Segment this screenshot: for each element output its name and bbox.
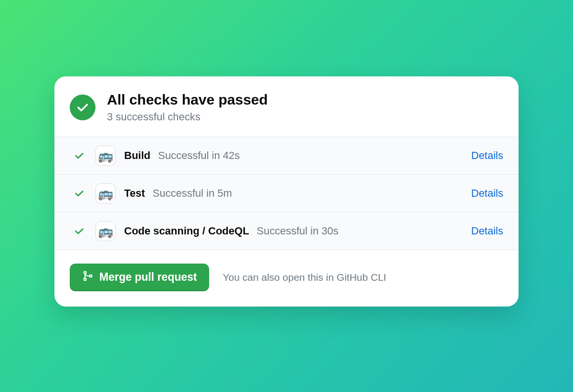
- check-status: Successful in 5m: [153, 187, 232, 200]
- check-row: 🚌 Build Successful in 42s Details: [54, 137, 519, 174]
- check-name: Build: [124, 149, 150, 162]
- check-icon: [70, 150, 89, 161]
- details-link[interactable]: Details: [471, 187, 503, 200]
- header-text-block: All checks have passed 3 successful chec…: [107, 92, 268, 123]
- merge-button-label: Merge pull request: [99, 271, 197, 284]
- checks-subtitle: 3 successful checks: [107, 111, 268, 123]
- check-icon: [70, 226, 89, 236]
- check-name: Test: [124, 187, 145, 200]
- checks-header: All checks have passed 3 successful chec…: [54, 76, 519, 137]
- check-status: Successful in 42s: [158, 149, 240, 162]
- check-row: 🚌 Test Successful in 5m Details: [54, 174, 519, 212]
- check-row: 🚌 Code scanning / CodeQL Successful in 3…: [54, 212, 519, 250]
- checks-card: All checks have passed 3 successful chec…: [54, 76, 519, 307]
- details-link[interactable]: Details: [471, 225, 503, 237]
- check-name: Code scanning / CodeQL: [124, 225, 249, 237]
- checks-title: All checks have passed: [107, 92, 268, 108]
- details-link[interactable]: Details: [471, 149, 503, 162]
- merge-pull-request-button[interactable]: Merge pull request: [70, 264, 209, 291]
- check-status: Successful in 30s: [257, 225, 339, 237]
- git-merge-icon: [82, 270, 99, 285]
- merge-footer: Merge pull request You can also open thi…: [54, 250, 519, 307]
- workflow-avatar-icon: 🚌: [96, 183, 116, 203]
- cli-hint-text: You can also open this in GitHub CLI: [223, 272, 386, 283]
- workflow-avatar-icon: 🚌: [96, 221, 116, 241]
- check-icon: [70, 188, 89, 199]
- workflow-avatar-icon: 🚌: [96, 146, 116, 166]
- checkmark-circle-icon: [70, 95, 96, 120]
